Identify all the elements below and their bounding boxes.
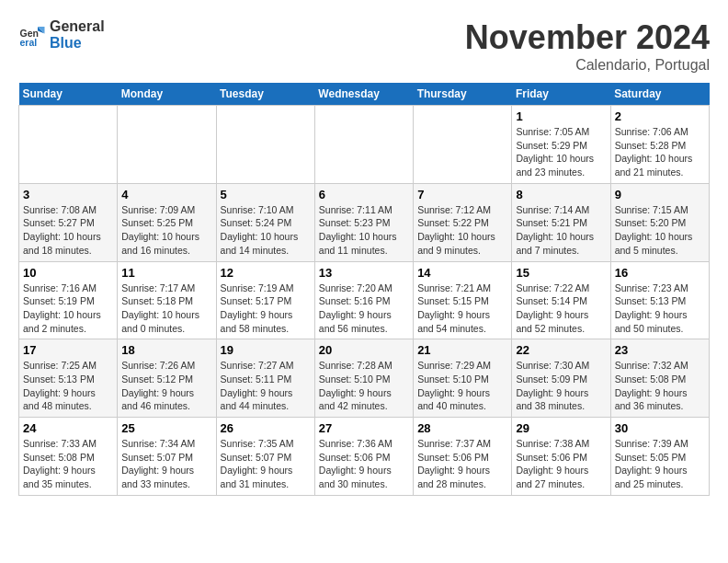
day-info: Sunrise: 7:17 AM Sunset: 5:18 PM Dayligh… (121, 282, 211, 336)
calendar-cell: 12Sunrise: 7:19 AM Sunset: 5:17 PM Dayli… (216, 261, 314, 339)
day-info: Sunrise: 7:09 AM Sunset: 5:25 PM Dayligh… (121, 203, 211, 258)
day-of-week-header: Thursday (414, 83, 512, 106)
day-info: Sunrise: 7:27 AM Sunset: 5:11 PM Dayligh… (221, 359, 311, 413)
day-info: Sunrise: 7:16 AM Sunset: 5:19 PM Dayligh… (23, 282, 113, 336)
day-number: 4 (121, 188, 211, 201)
logo: Gen eral General Blue (18, 18, 105, 52)
day-of-week-header: Sunday (19, 83, 118, 106)
calendar-cell (216, 106, 314, 184)
day-number: 25 (121, 421, 211, 435)
calendar-cell: 14Sunrise: 7:21 AM Sunset: 5:15 PM Dayli… (414, 261, 512, 339)
day-info: Sunrise: 7:06 AM Sunset: 5:28 PM Dayligh… (615, 125, 705, 179)
calendar-cell: 24Sunrise: 7:33 AM Sunset: 5:08 PM Dayli… (19, 418, 118, 496)
calendar-header-row: SundayMondayTuesdayWednesdayThursdayFrid… (19, 83, 710, 106)
month-title: November 2024 (465, 18, 710, 57)
calendar-cell: 21Sunrise: 7:29 AM Sunset: 5:10 PM Dayli… (414, 339, 512, 418)
calendar-cell: 2Sunrise: 7:06 AM Sunset: 5:28 PM Daylig… (610, 106, 709, 184)
day-number: 28 (417, 421, 507, 435)
location-subtitle: Calendario, Portugal (465, 57, 710, 74)
day-info: Sunrise: 7:05 AM Sunset: 5:29 PM Dayligh… (516, 125, 606, 179)
day-number: 10 (23, 266, 113, 280)
calendar-week-row: 17Sunrise: 7:25 AM Sunset: 5:13 PM Dayli… (19, 339, 710, 418)
day-info: Sunrise: 7:08 AM Sunset: 5:27 PM Dayligh… (23, 203, 113, 258)
day-number: 9 (615, 188, 705, 201)
day-number: 1 (516, 109, 606, 123)
day-info: Sunrise: 7:35 AM Sunset: 5:07 PM Dayligh… (221, 437, 311, 491)
calendar-week-row: 3Sunrise: 7:08 AM Sunset: 5:27 PM Daylig… (19, 183, 710, 261)
day-of-week-header: Tuesday (216, 83, 314, 106)
calendar-cell: 30Sunrise: 7:39 AM Sunset: 5:05 PM Dayli… (610, 418, 709, 496)
calendar-cell: 20Sunrise: 7:28 AM Sunset: 5:10 PM Dayli… (314, 339, 413, 418)
calendar-table: SundayMondayTuesdayWednesdayThursdayFrid… (18, 83, 710, 496)
day-info: Sunrise: 7:36 AM Sunset: 5:06 PM Dayligh… (319, 437, 409, 491)
day-info: Sunrise: 7:38 AM Sunset: 5:06 PM Dayligh… (516, 437, 606, 491)
calendar-cell: 28Sunrise: 7:37 AM Sunset: 5:06 PM Dayli… (414, 418, 512, 496)
day-number: 8 (516, 188, 606, 201)
logo-icon: Gen eral (18, 21, 46, 49)
day-number: 23 (615, 343, 705, 357)
calendar-cell: 18Sunrise: 7:26 AM Sunset: 5:12 PM Dayli… (118, 339, 216, 418)
calendar-cell: 23Sunrise: 7:32 AM Sunset: 5:08 PM Dayli… (610, 339, 709, 418)
calendar-cell: 5Sunrise: 7:10 AM Sunset: 5:24 PM Daylig… (216, 183, 314, 261)
day-number: 26 (221, 421, 311, 435)
svg-text:eral: eral (20, 37, 38, 48)
day-info: Sunrise: 7:21 AM Sunset: 5:15 PM Dayligh… (417, 282, 507, 336)
day-info: Sunrise: 7:19 AM Sunset: 5:17 PM Dayligh… (221, 282, 311, 336)
calendar-cell: 17Sunrise: 7:25 AM Sunset: 5:13 PM Dayli… (19, 339, 118, 418)
calendar-cell (118, 106, 216, 184)
day-number: 7 (417, 188, 507, 201)
day-number: 17 (23, 343, 113, 357)
day-info: Sunrise: 7:11 AM Sunset: 5:23 PM Dayligh… (319, 203, 409, 258)
calendar-cell: 15Sunrise: 7:22 AM Sunset: 5:14 PM Dayli… (512, 261, 610, 339)
page-header: Gen eral General Blue November 2024 Cale… (18, 18, 710, 74)
calendar-cell: 27Sunrise: 7:36 AM Sunset: 5:06 PM Dayli… (314, 418, 413, 496)
day-info: Sunrise: 7:15 AM Sunset: 5:20 PM Dayligh… (615, 203, 705, 258)
day-info: Sunrise: 7:33 AM Sunset: 5:08 PM Dayligh… (23, 437, 113, 491)
day-of-week-header: Monday (118, 83, 216, 106)
day-number: 21 (417, 343, 507, 357)
calendar-cell: 6Sunrise: 7:11 AM Sunset: 5:23 PM Daylig… (314, 183, 413, 261)
day-info: Sunrise: 7:22 AM Sunset: 5:14 PM Dayligh… (516, 282, 606, 336)
calendar-cell: 9Sunrise: 7:15 AM Sunset: 5:20 PM Daylig… (610, 183, 709, 261)
day-info: Sunrise: 7:32 AM Sunset: 5:08 PM Dayligh… (615, 359, 705, 413)
calendar-week-row: 24Sunrise: 7:33 AM Sunset: 5:08 PM Dayli… (19, 418, 710, 496)
day-number: 12 (221, 266, 311, 280)
calendar-cell: 3Sunrise: 7:08 AM Sunset: 5:27 PM Daylig… (19, 183, 118, 261)
calendar-cell (19, 106, 118, 184)
day-info: Sunrise: 7:26 AM Sunset: 5:12 PM Dayligh… (121, 359, 211, 413)
calendar-week-row: 10Sunrise: 7:16 AM Sunset: 5:19 PM Dayli… (19, 261, 710, 339)
day-number: 22 (516, 343, 606, 357)
day-number: 18 (121, 343, 211, 357)
day-info: Sunrise: 7:23 AM Sunset: 5:13 PM Dayligh… (615, 282, 705, 336)
day-number: 24 (23, 421, 113, 435)
calendar-cell (314, 106, 413, 184)
day-info: Sunrise: 7:20 AM Sunset: 5:16 PM Dayligh… (319, 282, 409, 336)
day-info: Sunrise: 7:39 AM Sunset: 5:05 PM Dayligh… (615, 437, 705, 491)
day-number: 6 (319, 188, 409, 201)
calendar-cell: 10Sunrise: 7:16 AM Sunset: 5:19 PM Dayli… (19, 261, 118, 339)
day-info: Sunrise: 7:10 AM Sunset: 5:24 PM Dayligh… (221, 203, 311, 258)
day-number: 5 (221, 188, 311, 201)
day-number: 27 (319, 421, 409, 435)
calendar-cell: 26Sunrise: 7:35 AM Sunset: 5:07 PM Dayli… (216, 418, 314, 496)
day-number: 20 (319, 343, 409, 357)
calendar-cell: 13Sunrise: 7:20 AM Sunset: 5:16 PM Dayli… (314, 261, 413, 339)
day-info: Sunrise: 7:12 AM Sunset: 5:22 PM Dayligh… (417, 203, 507, 258)
day-of-week-header: Saturday (610, 83, 709, 106)
day-info: Sunrise: 7:28 AM Sunset: 5:10 PM Dayligh… (319, 359, 409, 413)
day-info: Sunrise: 7:25 AM Sunset: 5:13 PM Dayligh… (23, 359, 113, 413)
day-of-week-header: Wednesday (314, 83, 413, 106)
calendar-cell: 19Sunrise: 7:27 AM Sunset: 5:11 PM Dayli… (216, 339, 314, 418)
calendar-cell: 7Sunrise: 7:12 AM Sunset: 5:22 PM Daylig… (414, 183, 512, 261)
day-info: Sunrise: 7:37 AM Sunset: 5:06 PM Dayligh… (417, 437, 507, 491)
day-number: 29 (516, 421, 606, 435)
calendar-cell: 8Sunrise: 7:14 AM Sunset: 5:21 PM Daylig… (512, 183, 610, 261)
day-number: 2 (615, 109, 705, 123)
calendar-cell: 22Sunrise: 7:30 AM Sunset: 5:09 PM Dayli… (512, 339, 610, 418)
calendar-cell: 4Sunrise: 7:09 AM Sunset: 5:25 PM Daylig… (118, 183, 216, 261)
logo-line1: General (50, 18, 105, 35)
day-number: 14 (417, 266, 507, 280)
calendar-cell: 29Sunrise: 7:38 AM Sunset: 5:06 PM Dayli… (512, 418, 610, 496)
day-of-week-header: Friday (512, 83, 610, 106)
calendar-cell: 1Sunrise: 7:05 AM Sunset: 5:29 PM Daylig… (512, 106, 610, 184)
